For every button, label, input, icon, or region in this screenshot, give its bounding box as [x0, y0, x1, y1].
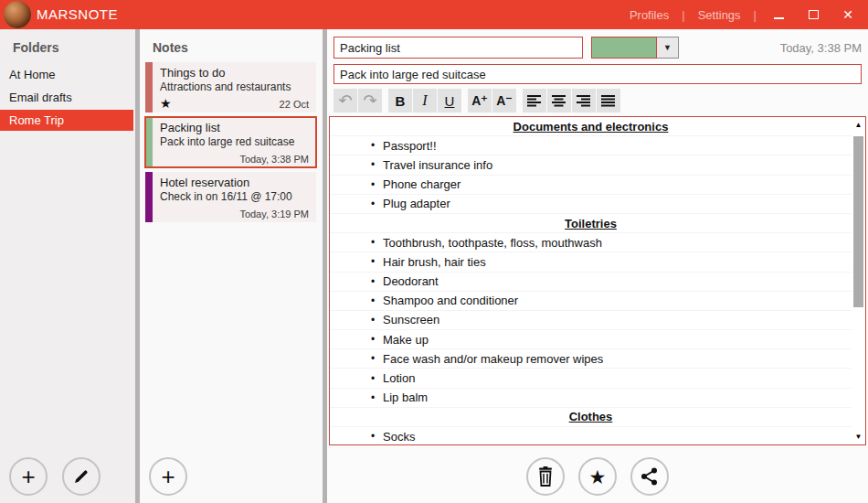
- bullet-text: Toothbrush, toothpaste, floss, mouthwash: [383, 236, 602, 250]
- plus-icon: +: [21, 465, 35, 488]
- note-card-title: Things to do: [160, 65, 309, 80]
- italic-button[interactable]: I: [413, 89, 437, 112]
- notes-panel: Notes Things to do Attractions and resta…: [140, 29, 327, 503]
- scrollbar-down-button[interactable]: ▼: [852, 429, 865, 444]
- add-folder-button[interactable]: +: [9, 457, 48, 496]
- folder-item-email-drafts[interactable]: Email drafts: [0, 87, 135, 108]
- folders-header: Folders: [0, 29, 135, 55]
- chevron-down-icon: ▼: [663, 43, 672, 52]
- content-bullet-row[interactable]: •Plug adapter: [330, 195, 852, 214]
- note-card-hotel-reservation[interactable]: Hotel reservation Check in on 16/11 @ 17…: [145, 172, 316, 222]
- content-bullet-row[interactable]: •Deodorant: [330, 273, 852, 292]
- scrollbar-up-button[interactable]: ▲: [852, 117, 865, 133]
- align-justify-icon: [601, 94, 616, 107]
- align-left-icon: [527, 94, 542, 107]
- note-card-meta: Today, 3:19 PM: [160, 204, 309, 219]
- content-heading-row[interactable]: Toiletries: [330, 214, 852, 233]
- content-heading-row[interactable]: Clothes: [330, 408, 852, 427]
- bullet-icon: •: [371, 275, 383, 288]
- history-group: ↶ ↷: [333, 89, 382, 112]
- close-button[interactable]: ✕: [835, 0, 861, 29]
- note-color-stripe: [145, 172, 153, 222]
- content-heading-row[interactable]: Documents and electronics: [330, 117, 852, 136]
- redo-icon: ↷: [363, 91, 376, 111]
- bold-button[interactable]: B: [388, 89, 412, 112]
- starred-icon: ★: [160, 97, 172, 110]
- notes-header: Notes: [140, 29, 323, 55]
- content-bullet-row[interactable]: •Travel insurance info: [330, 155, 852, 175]
- font-increase-button[interactable]: A⁺: [468, 89, 492, 112]
- underline-button[interactable]: U: [438, 89, 461, 112]
- star-note-button[interactable]: ★: [578, 457, 617, 496]
- edit-folder-button[interactable]: [62, 457, 101, 496]
- content-bullet-row[interactable]: •Sunscreen: [330, 311, 852, 330]
- minimize-button[interactable]: [766, 0, 791, 29]
- content-bullet-row[interactable]: •Toothbrush, toothpaste, floss, mouthwas…: [330, 233, 852, 252]
- note-title-input[interactable]: [333, 37, 583, 59]
- folder-item-at-home[interactable]: At Home: [0, 64, 135, 85]
- close-icon: ✕: [842, 8, 853, 21]
- pencil-icon: [72, 467, 90, 486]
- content-bullet-row[interactable]: •Make up: [330, 330, 852, 349]
- align-right-icon: [577, 94, 591, 107]
- content-bullet-row[interactable]: •Hair brush, hair ties: [330, 252, 852, 272]
- bullet-text: Sunscreen: [383, 313, 439, 326]
- align-justify-button[interactable]: [597, 89, 620, 112]
- bullet-icon: •: [371, 255, 383, 268]
- content-bullet-row[interactable]: •Shampoo and conditioner: [330, 292, 852, 311]
- note-card-things-to-do[interactable]: Things to do Attractions and restaurants…: [145, 62, 316, 112]
- titlebar: MARSNOTE Profiles | Settings | ✕: [0, 0, 868, 29]
- note-card-subtitle: Attractions and restaurants: [160, 80, 309, 94]
- note-content-editor[interactable]: Documents and electronics•Passport!!•Tra…: [329, 116, 866, 445]
- content-bullet-row[interactable]: •Socks: [330, 427, 852, 445]
- content-bullet-row[interactable]: •Lip balm: [330, 389, 852, 408]
- editor-panel: ▼ Today, 3:38 PM ↶ ↷ B I U: [327, 29, 868, 503]
- content-bullet-row[interactable]: •Lotion: [330, 369, 852, 388]
- bullet-text: Plug adapter: [383, 197, 450, 210]
- align-center-button[interactable]: [547, 89, 571, 112]
- marsnote-window: MARSNOTE Profiles | Settings | ✕ Folders…: [0, 0, 868, 503]
- note-subtitle-input[interactable]: [333, 64, 862, 84]
- bullet-text: Passport!!: [383, 139, 437, 153]
- note-color-stripe: [145, 117, 153, 167]
- redo-button[interactable]: ↷: [358, 89, 382, 112]
- bullet-icon: •: [371, 352, 383, 365]
- profiles-menu-button[interactable]: Profiles: [626, 8, 672, 22]
- settings-menu-button[interactable]: Settings: [694, 8, 745, 22]
- content-scrollbar[interactable]: ▲ ▼: [852, 117, 865, 444]
- note-card-meta: Today, 3:38 PM: [160, 149, 309, 165]
- notes-footer: +: [149, 457, 187, 496]
- bullet-icon: •: [371, 178, 383, 191]
- titlebar-menu: Profiles | Settings | ✕: [626, 0, 861, 29]
- share-note-button[interactable]: [630, 457, 669, 496]
- bullet-text: Travel insurance info: [383, 158, 492, 172]
- note-color-picker[interactable]: ▼: [591, 37, 679, 59]
- bullet-text: Phone charger: [383, 177, 460, 191]
- bullet-icon: •: [371, 430, 383, 443]
- content-bullet-row[interactable]: •Passport!!: [330, 136, 852, 155]
- align-left-button[interactable]: [523, 89, 546, 112]
- maximize-button[interactable]: [800, 0, 826, 29]
- content-bullet-row[interactable]: •Face wash and/or makeup remover wipes: [330, 349, 852, 369]
- bullet-icon: •: [371, 372, 383, 385]
- add-note-button[interactable]: +: [149, 457, 187, 496]
- font-decrease-button[interactable]: A⁻: [492, 89, 516, 112]
- heading-text: Toiletries: [565, 217, 617, 230]
- delete-note-button[interactable]: [526, 457, 565, 496]
- content-bullet-row[interactable]: •Phone charger: [330, 176, 852, 195]
- share-icon: [640, 467, 659, 486]
- undo-button[interactable]: ↶: [333, 89, 357, 112]
- note-card-timestamp: 22 Oct: [280, 99, 309, 110]
- note-card-packing-list[interactable]: Packing list Pack into large red suitcas…: [145, 117, 316, 167]
- undo-icon: ↶: [338, 91, 352, 111]
- bullet-text: Hair brush, hair ties: [383, 255, 486, 269]
- scrollbar-thumb[interactable]: [853, 136, 863, 307]
- main-layout: Folders At Home Email drafts Rome Trip +…: [0, 29, 868, 503]
- bullet-text: Shampoo and conditioner: [383, 294, 518, 307]
- align-right-button[interactable]: [572, 89, 596, 112]
- editor-footer: ★: [327, 457, 868, 496]
- note-card-timestamp: Today, 3:38 PM: [239, 154, 309, 165]
- color-dropdown-button[interactable]: ▼: [657, 37, 679, 59]
- titlebar-separator: |: [754, 8, 757, 22]
- folder-item-rome-trip[interactable]: Rome Trip: [0, 110, 133, 131]
